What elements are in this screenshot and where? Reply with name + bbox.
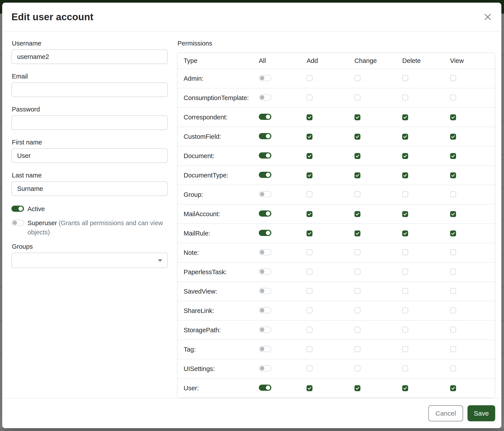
consumptiontemplate-all-switch[interactable] bbox=[259, 94, 271, 100]
active-switch[interactable] bbox=[11, 206, 24, 212]
username-input[interactable] bbox=[11, 49, 168, 64]
documenttype-add-checkbox[interactable] bbox=[306, 172, 313, 178]
password-input[interactable] bbox=[11, 116, 168, 130]
storagepath-delete-checkbox[interactable] bbox=[402, 327, 408, 333]
tag-view-checkbox[interactable] bbox=[450, 346, 456, 352]
paperlesstask-change-checkbox[interactable] bbox=[354, 269, 360, 275]
mailaccount-add-checkbox[interactable] bbox=[306, 211, 313, 217]
document-change-checkbox[interactable] bbox=[354, 153, 360, 159]
savedview-all-switch[interactable] bbox=[259, 288, 271, 294]
group-add-checkbox[interactable] bbox=[306, 191, 313, 197]
sharelink-view-checkbox[interactable] bbox=[450, 307, 456, 313]
document-all-switch[interactable] bbox=[259, 153, 271, 159]
mailaccount-all-switch[interactable] bbox=[259, 210, 271, 217]
tag-add-checkbox[interactable] bbox=[306, 346, 313, 352]
tag-all-switch[interactable] bbox=[259, 346, 271, 352]
uisettings-all-switch[interactable] bbox=[259, 365, 271, 371]
group-delete-checkbox[interactable] bbox=[402, 191, 408, 197]
uisettings-delete-checkbox[interactable] bbox=[402, 366, 408, 371]
user-add-checkbox[interactable] bbox=[306, 385, 313, 391]
note-all-switch[interactable] bbox=[259, 249, 271, 255]
customfield-change-checkbox[interactable] bbox=[354, 134, 360, 140]
customfield-add-checkbox[interactable] bbox=[306, 134, 313, 140]
storagepath-all-switch[interactable] bbox=[259, 327, 271, 333]
sharelink-add-checkbox[interactable] bbox=[306, 307, 313, 313]
admin-delete-checkbox[interactable] bbox=[402, 75, 408, 81]
user-view-checkbox[interactable] bbox=[450, 385, 456, 391]
admin-all-switch[interactable] bbox=[259, 75, 271, 81]
document-delete-checkbox[interactable] bbox=[402, 153, 408, 159]
sharelink-change-checkbox[interactable] bbox=[354, 307, 360, 313]
paperlesstask-all-switch[interactable] bbox=[259, 269, 271, 275]
mailaccount-change-checkbox[interactable] bbox=[354, 211, 360, 217]
document-add-checkbox[interactable] bbox=[306, 153, 313, 159]
paperlesstask-view-checkbox[interactable] bbox=[450, 269, 456, 275]
consumptiontemplate-add-checkbox[interactable] bbox=[306, 95, 313, 100]
correspondent-view-checkbox[interactable] bbox=[450, 114, 456, 120]
documenttype-change-checkbox[interactable] bbox=[354, 172, 360, 178]
consumptiontemplate-change-checkbox[interactable] bbox=[354, 95, 360, 100]
group-all-switch[interactable] bbox=[259, 191, 271, 197]
note-add-checkbox[interactable] bbox=[306, 249, 313, 255]
savedview-add-checkbox[interactable] bbox=[306, 288, 313, 294]
groups-select[interactable] bbox=[11, 253, 168, 268]
admin-change-checkbox[interactable] bbox=[354, 75, 360, 81]
customfield-view-checkbox[interactable] bbox=[450, 134, 456, 140]
sharelink-all-switch[interactable] bbox=[259, 307, 271, 313]
note-view-checkbox[interactable] bbox=[450, 249, 456, 255]
correspondent-add-checkbox[interactable] bbox=[306, 114, 313, 120]
mailrule-delete-checkbox[interactable] bbox=[402, 230, 408, 236]
mailrule-all-switch[interactable] bbox=[259, 230, 271, 236]
tag-delete-checkbox[interactable] bbox=[402, 346, 408, 352]
mailaccount-delete-checkbox[interactable] bbox=[402, 211, 408, 217]
email-input[interactable] bbox=[11, 82, 168, 97]
consumptiontemplate-view-checkbox[interactable] bbox=[450, 95, 456, 100]
mailaccount-view-checkbox[interactable] bbox=[450, 211, 456, 217]
uisettings-add-checkbox[interactable] bbox=[306, 366, 313, 371]
documenttype-delete-checkbox[interactable] bbox=[402, 172, 408, 178]
superuser-switch[interactable] bbox=[11, 220, 24, 226]
consumptiontemplate-delete-checkbox[interactable] bbox=[402, 95, 408, 100]
group-view-checkbox[interactable] bbox=[450, 191, 456, 197]
sharelink-delete-checkbox[interactable] bbox=[402, 307, 408, 313]
first-name-input[interactable] bbox=[11, 148, 168, 163]
correspondent-change-checkbox[interactable] bbox=[354, 114, 360, 120]
storagepath-change-checkbox[interactable] bbox=[354, 327, 360, 333]
tag-change-checkbox[interactable] bbox=[354, 346, 360, 352]
savedview-delete-checkbox[interactable] bbox=[402, 288, 408, 294]
last-name-label: Last name bbox=[12, 171, 168, 179]
customfield-delete-checkbox[interactable] bbox=[402, 134, 408, 140]
admin-view-checkbox[interactable] bbox=[450, 75, 456, 81]
group-type-label: Group: bbox=[178, 191, 256, 198]
correspondent-delete-checkbox[interactable] bbox=[402, 114, 408, 120]
documenttype-view-checkbox[interactable] bbox=[450, 172, 456, 178]
note-change-checkbox[interactable] bbox=[354, 249, 360, 255]
customfield-all-switch[interactable] bbox=[259, 133, 271, 139]
storagepath-add-checkbox[interactable] bbox=[306, 327, 313, 333]
last-name-input[interactable] bbox=[11, 181, 168, 196]
mailrule-view-checkbox[interactable] bbox=[450, 230, 456, 236]
storagepath-permission-row: StoragePath: bbox=[178, 320, 495, 340]
save-button[interactable]: Save bbox=[468, 405, 495, 421]
mailrule-add-checkbox[interactable] bbox=[306, 230, 313, 236]
correspondent-all-switch[interactable] bbox=[259, 114, 271, 120]
user-all-switch[interactable] bbox=[259, 385, 271, 391]
note-delete-checkbox[interactable] bbox=[402, 249, 408, 255]
group-change-checkbox[interactable] bbox=[354, 191, 360, 197]
savedview-view-checkbox[interactable] bbox=[450, 288, 456, 294]
document-view-checkbox[interactable] bbox=[450, 153, 456, 159]
admin-add-checkbox[interactable] bbox=[306, 75, 313, 81]
paperlesstask-delete-checkbox[interactable] bbox=[402, 269, 408, 275]
documenttype-all-switch[interactable] bbox=[259, 172, 271, 178]
uisettings-change-checkbox[interactable] bbox=[354, 366, 360, 371]
user-change-checkbox[interactable] bbox=[354, 385, 360, 391]
storagepath-view-checkbox[interactable] bbox=[450, 327, 456, 333]
uisettings-view-checkbox[interactable] bbox=[450, 366, 456, 371]
paperlesstask-add-checkbox[interactable] bbox=[306, 269, 313, 275]
close-icon[interactable] bbox=[481, 10, 495, 24]
cancel-button[interactable]: Cancel bbox=[428, 405, 463, 421]
mailrule-change-checkbox[interactable] bbox=[354, 230, 360, 236]
user-delete-checkbox[interactable] bbox=[402, 385, 408, 391]
customfield-permission-row: CustomField: bbox=[178, 127, 495, 146]
savedview-change-checkbox[interactable] bbox=[354, 288, 360, 294]
